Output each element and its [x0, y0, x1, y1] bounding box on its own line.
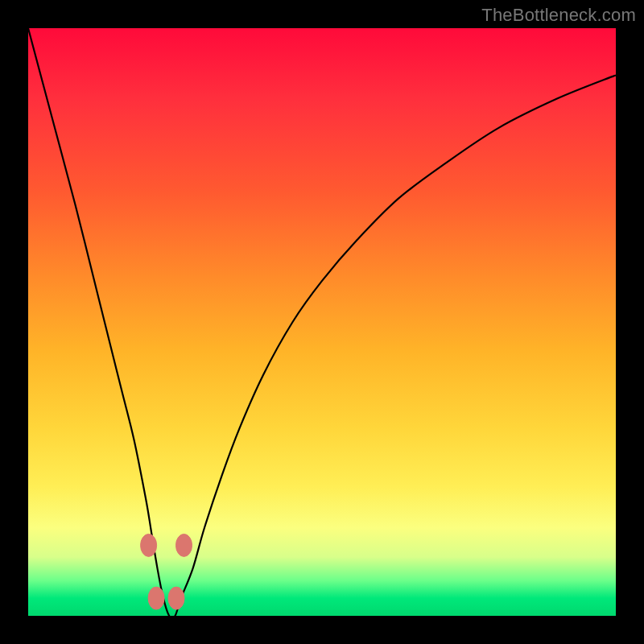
bottleneck-chart [28, 28, 616, 616]
chart-frame [28, 28, 616, 616]
curve-marker [168, 587, 184, 609]
curve-markers [141, 534, 192, 609]
curve-marker [176, 534, 192, 556]
curve-marker [148, 587, 164, 609]
curve-marker [141, 534, 157, 556]
watermark-text: TheBottleneck.com [481, 5, 636, 26]
bottleneck-curve-line [28, 28, 616, 618]
